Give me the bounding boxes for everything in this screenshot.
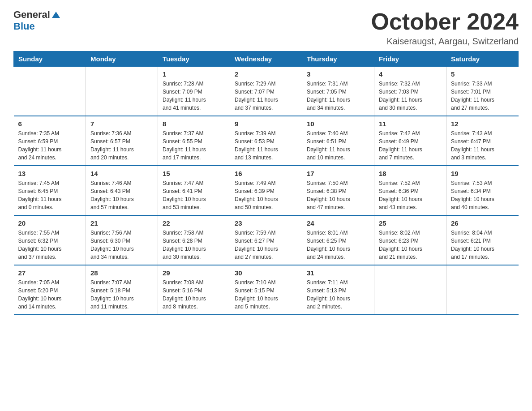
day-number: 19 [451,170,514,177]
col-saturday: Saturday [446,51,519,67]
day-number: 24 [307,219,369,227]
day-number: 8 [163,120,225,128]
day-number: 27 [18,269,82,277]
day-cell: 25Sunrise: 8:02 AMSunset: 6:23 PMDayligh… [374,215,446,265]
col-sunday: Sunday [14,51,86,67]
day-cell: 18Sunrise: 7:52 AMSunset: 6:36 PMDayligh… [374,166,446,215]
day-info: Sunrise: 7:46 AMSunset: 6:43 PMDaylight:… [90,179,153,211]
day-info: Sunrise: 7:58 AMSunset: 6:28 PMDaylight:… [163,229,225,261]
day-info: Sunrise: 7:55 AMSunset: 6:32 PMDaylight:… [18,229,82,261]
col-thursday: Thursday [302,51,374,67]
col-friday: Friday [374,51,446,67]
day-info: Sunrise: 7:53 AMSunset: 6:34 PMDaylight:… [451,179,514,211]
week-row-0: 1Sunrise: 7:28 AMSunset: 7:09 PMDaylight… [14,67,519,116]
col-wednesday: Wednesday [230,51,302,67]
day-info: Sunrise: 7:08 AMSunset: 5:16 PMDaylight:… [163,278,225,311]
logo-general-text: General [13,9,50,21]
day-number: 30 [235,269,297,277]
day-cell: 9Sunrise: 7:39 AMSunset: 6:53 PMDaylight… [230,116,302,166]
day-number: 21 [90,219,153,227]
day-cell [374,265,446,315]
day-info: Sunrise: 7:29 AMSunset: 7:07 PMDaylight:… [235,80,297,112]
day-cell: 21Sunrise: 7:56 AMSunset: 6:30 PMDayligh… [86,215,158,265]
logo: General Blue [13,9,61,33]
day-info: Sunrise: 7:31 AMSunset: 7:05 PMDaylight:… [307,80,369,112]
day-number: 17 [307,170,369,177]
day-info: Sunrise: 7:42 AMSunset: 6:49 PMDaylight:… [379,129,442,162]
day-cell: 29Sunrise: 7:08 AMSunset: 5:16 PMDayligh… [158,265,230,315]
logo-triangle-icon [51,10,61,20]
day-cell [86,67,158,116]
day-cell: 28Sunrise: 7:07 AMSunset: 5:18 PMDayligh… [86,265,158,315]
page-header: General Blue October 2024 Kaiseraugst, A… [13,9,519,47]
day-cell [14,67,86,116]
day-cell [446,265,519,315]
week-row-2: 13Sunrise: 7:45 AMSunset: 6:45 PMDayligh… [14,166,519,215]
day-cell: 30Sunrise: 7:10 AMSunset: 5:15 PMDayligh… [230,265,302,315]
day-info: Sunrise: 7:56 AMSunset: 6:30 PMDaylight:… [90,229,153,261]
day-cell: 22Sunrise: 7:58 AMSunset: 6:28 PMDayligh… [158,215,230,265]
logo-blue-text: Blue [13,21,61,32]
week-row-1: 6Sunrise: 7:35 AMSunset: 6:59 PMDaylight… [14,116,519,166]
day-cell: 12Sunrise: 7:43 AMSunset: 6:47 PMDayligh… [446,116,519,166]
day-number: 10 [307,120,369,128]
day-cell: 17Sunrise: 7:50 AMSunset: 6:38 PMDayligh… [302,166,374,215]
svg-marker-0 [52,12,60,18]
day-cell: 10Sunrise: 7:40 AMSunset: 6:51 PMDayligh… [302,116,374,166]
day-info: Sunrise: 7:39 AMSunset: 6:53 PMDaylight:… [235,129,297,162]
calendar-table: Sunday Monday Tuesday Wednesday Thursday… [13,51,519,315]
day-number: 25 [379,219,442,227]
day-info: Sunrise: 7:43 AMSunset: 6:47 PMDaylight:… [451,129,514,162]
day-cell: 11Sunrise: 7:42 AMSunset: 6:49 PMDayligh… [374,116,446,166]
day-number: 29 [163,269,225,277]
day-number: 9 [235,120,297,128]
day-cell: 1Sunrise: 7:28 AMSunset: 7:09 PMDaylight… [158,67,230,116]
header-row: Sunday Monday Tuesday Wednesday Thursday… [14,51,519,67]
day-number: 2 [235,70,297,78]
day-info: Sunrise: 7:52 AMSunset: 6:36 PMDaylight:… [379,179,442,211]
day-info: Sunrise: 7:37 AMSunset: 6:55 PMDaylight:… [163,129,225,162]
week-row-3: 20Sunrise: 7:55 AMSunset: 6:32 PMDayligh… [14,215,519,265]
day-info: Sunrise: 7:32 AMSunset: 7:03 PMDaylight:… [379,80,442,112]
day-number: 14 [90,170,153,177]
week-row-4: 27Sunrise: 7:05 AMSunset: 5:20 PMDayligh… [14,265,519,315]
day-info: Sunrise: 7:28 AMSunset: 7:09 PMDaylight:… [163,80,225,112]
day-cell: 31Sunrise: 7:11 AMSunset: 5:13 PMDayligh… [302,265,374,315]
day-number: 1 [163,70,225,78]
day-info: Sunrise: 7:45 AMSunset: 6:45 PMDaylight:… [18,179,82,211]
day-number: 13 [18,170,82,177]
day-info: Sunrise: 8:04 AMSunset: 6:21 PMDaylight:… [451,229,514,261]
month-title: October 2024 [371,9,519,34]
day-cell: 5Sunrise: 7:33 AMSunset: 7:01 PMDaylight… [446,67,519,116]
day-cell: 13Sunrise: 7:45 AMSunset: 6:45 PMDayligh… [14,166,86,215]
day-number: 18 [379,170,442,177]
col-tuesday: Tuesday [158,51,230,67]
day-info: Sunrise: 7:50 AMSunset: 6:38 PMDaylight:… [307,179,369,211]
day-number: 31 [307,269,369,277]
day-info: Sunrise: 8:01 AMSunset: 6:25 PMDaylight:… [307,229,369,261]
day-number: 28 [90,269,153,277]
day-cell: 23Sunrise: 7:59 AMSunset: 6:27 PMDayligh… [230,215,302,265]
title-area: October 2024 Kaiseraugst, Aargau, Switze… [371,9,519,47]
day-number: 3 [307,70,369,78]
calendar-body: 1Sunrise: 7:28 AMSunset: 7:09 PMDaylight… [14,67,519,315]
day-info: Sunrise: 7:05 AMSunset: 5:20 PMDaylight:… [18,278,82,311]
location-text: Kaiseraugst, Aargau, Switzerland [371,36,519,47]
day-info: Sunrise: 7:59 AMSunset: 6:27 PMDaylight:… [235,229,297,261]
day-cell: 19Sunrise: 7:53 AMSunset: 6:34 PMDayligh… [446,166,519,215]
day-cell: 16Sunrise: 7:49 AMSunset: 6:39 PMDayligh… [230,166,302,215]
day-cell: 7Sunrise: 7:36 AMSunset: 6:57 PMDaylight… [86,116,158,166]
day-cell: 27Sunrise: 7:05 AMSunset: 5:20 PMDayligh… [14,265,86,315]
day-number: 11 [379,120,442,128]
day-info: Sunrise: 7:33 AMSunset: 7:01 PMDaylight:… [451,80,514,112]
day-cell: 2Sunrise: 7:29 AMSunset: 7:07 PMDaylight… [230,67,302,116]
day-cell: 20Sunrise: 7:55 AMSunset: 6:32 PMDayligh… [14,215,86,265]
day-number: 4 [379,70,442,78]
day-cell: 24Sunrise: 8:01 AMSunset: 6:25 PMDayligh… [302,215,374,265]
day-number: 26 [451,219,514,227]
day-number: 12 [451,120,514,128]
day-cell: 8Sunrise: 7:37 AMSunset: 6:55 PMDaylight… [158,116,230,166]
day-info: Sunrise: 8:02 AMSunset: 6:23 PMDaylight:… [379,229,442,261]
day-info: Sunrise: 7:07 AMSunset: 5:18 PMDaylight:… [90,278,153,311]
calendar-header: Sunday Monday Tuesday Wednesday Thursday… [14,51,519,67]
